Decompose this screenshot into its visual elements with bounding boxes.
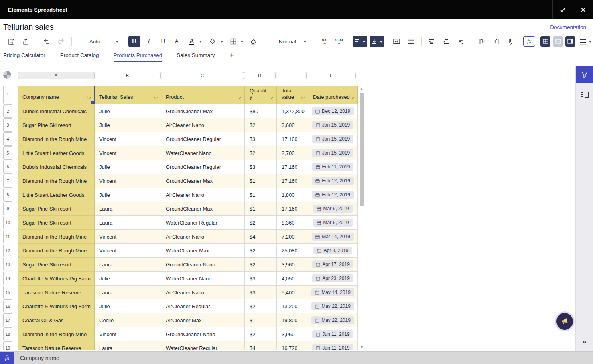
- cell-E7[interactable]: 17,160: [277, 174, 308, 188]
- close-button[interactable]: [573, 0, 593, 19]
- underline-button[interactable]: U: [157, 36, 169, 47]
- cell-E16[interactable]: 13,200: [277, 299, 308, 313]
- redo-button[interactable]: [55, 36, 67, 47]
- cell-C19[interactable]: WaterCleaner Regular: [161, 341, 245, 350]
- cell-F2[interactable]: Dec 12, 2019: [308, 104, 358, 118]
- cell-A10[interactable]: Sugar Pine Ski resort: [18, 216, 95, 230]
- cell-F5[interactable]: Jan 15, 2019: [308, 146, 358, 160]
- cell-E19[interactable]: 16,720: [277, 341, 308, 350]
- cell-style-dropdown[interactable]: Normal: [275, 36, 311, 47]
- cell-B6[interactable]: Julie: [95, 160, 161, 174]
- cell-B9[interactable]: Laura: [95, 202, 161, 216]
- cell-B3[interactable]: Julie: [95, 118, 161, 132]
- borders-button[interactable]: [227, 36, 239, 47]
- documentation-link[interactable]: Documentation: [550, 24, 586, 30]
- cell-F14[interactable]: Apr 23, 2019: [308, 272, 358, 286]
- cell-B7[interactable]: Vincent: [95, 174, 161, 188]
- cell-B19[interactable]: Laura: [95, 341, 161, 350]
- cell-A13[interactable]: Sugar Pine Ski resort: [18, 258, 95, 272]
- confirm-button[interactable]: [552, 0, 573, 19]
- cell-C10[interactable]: WaterCleaner Regular: [161, 216, 245, 230]
- cell-B2[interactable]: Julie: [95, 104, 161, 118]
- header-cell-company-name[interactable]: Company name: [18, 86, 95, 104]
- cell-B18[interactable]: Vincent: [95, 327, 161, 341]
- row-header-16[interactable]: 16: [3, 299, 12, 313]
- horizontal-align-button[interactable]: [353, 36, 367, 47]
- merge-cells-button[interactable]: [390, 36, 402, 47]
- cell-E8[interactable]: 1,800: [277, 188, 308, 202]
- column-header-d[interactable]: D: [244, 72, 276, 79]
- row-header-2[interactable]: 2: [3, 104, 12, 118]
- outline-panel-button[interactable]: [576, 87, 593, 102]
- cell-D8[interactable]: $1: [245, 188, 277, 202]
- cell-E12[interactable]: 25,080: [277, 244, 308, 258]
- row-header-14[interactable]: 14: [3, 272, 12, 285]
- cell-A6[interactable]: Dubois Industrial Chemicals: [18, 160, 95, 174]
- decrease-decimal-button[interactable]: 0.0←: [319, 36, 331, 47]
- cell-C7[interactable]: GroundCleaner Max: [161, 174, 245, 188]
- row-header-3[interactable]: 3: [3, 118, 12, 132]
- table-disabled-button[interactable]: [553, 36, 563, 47]
- cell-A3[interactable]: Sugar Pine Ski resort: [18, 118, 95, 132]
- cell-F9[interactable]: Mar 6, 2019: [308, 202, 358, 216]
- cell-A17[interactable]: Coastal Oil & Gas: [18, 313, 95, 327]
- filter-chevron-icon[interactable]: [238, 95, 242, 99]
- row-header-1[interactable]: 1: [3, 86, 12, 104]
- cell-B14[interactable]: Julie: [95, 272, 161, 286]
- cell-A8[interactable]: Little Stuart Leather Goods: [18, 188, 95, 202]
- bold-button[interactable]: B: [128, 36, 140, 47]
- tab-products-purchased[interactable]: Products Purchased: [114, 49, 162, 62]
- cell-D3[interactable]: $2: [245, 118, 277, 132]
- cell-E13[interactable]: 3,960: [277, 258, 308, 272]
- cell-E3[interactable]: 3,600: [277, 118, 308, 132]
- formula-button[interactable]: fx: [523, 36, 535, 47]
- cell-D14[interactable]: $3: [245, 272, 277, 286]
- cell-B10[interactable]: Laura: [95, 216, 161, 230]
- header-cell-quantity[interactable]: Quantity: [245, 86, 277, 104]
- cell-D9[interactable]: $1: [245, 202, 277, 216]
- cell-C14[interactable]: WaterCleaner Nano: [161, 272, 245, 286]
- cell-F12[interactable]: Apr 8, 2019: [308, 244, 358, 258]
- tab-product-catalog[interactable]: Product Catalog: [60, 49, 99, 62]
- row-header-7[interactable]: 7: [3, 174, 12, 188]
- header-cell-total-value[interactable]: Total value: [277, 86, 308, 104]
- export-button[interactable]: [20, 36, 32, 47]
- increase-decimal-button[interactable]: 0.00→: [333, 36, 345, 47]
- column-header-b[interactable]: B: [94, 72, 161, 79]
- cell-B13[interactable]: Laura: [95, 258, 161, 272]
- text-color-dropdown-icon[interactable]: [199, 41, 202, 43]
- cell-E10[interactable]: 8,360: [277, 216, 308, 230]
- cell-C12[interactable]: WaterCleaner Max: [161, 244, 245, 258]
- cell-C5[interactable]: WaterCleaner Nano: [161, 146, 245, 160]
- delete-row-button[interactable]: [455, 36, 467, 47]
- cell-A4[interactable]: Diamond in the Rough Mine: [18, 132, 95, 146]
- cell-D16[interactable]: $2: [245, 299, 277, 313]
- vertical-align-button[interactable]: [370, 36, 384, 47]
- cell-A5[interactable]: Little Stuart Leather Goods: [18, 146, 95, 160]
- table-view-button[interactable]: [540, 36, 550, 47]
- cell-A16[interactable]: Charlotte & Wilbur's Pig Farm: [18, 299, 95, 313]
- cell-D6[interactable]: $3: [245, 160, 277, 174]
- fill-color-button[interactable]: [207, 36, 219, 47]
- cell-F7[interactable]: Feb 12, 2019: [308, 174, 358, 188]
- cell-A14[interactable]: Charlotte & Wilbur's Pig Farm: [18, 272, 95, 286]
- cell-E15[interactable]: 5,400: [277, 286, 308, 299]
- cell-F17[interactable]: May 22, 2019: [308, 313, 358, 327]
- italic-button[interactable]: I: [143, 36, 155, 47]
- cell-F4[interactable]: Jan 15, 2019: [308, 132, 358, 146]
- line-style-dropdown[interactable]: [580, 36, 592, 47]
- cell-C8[interactable]: AirCleaner Nano: [161, 188, 245, 202]
- cell-E18[interactable]: 3,960: [277, 327, 308, 341]
- cell-D19[interactable]: $4: [245, 341, 277, 350]
- cell-A19[interactable]: Tarascon Nature Reserve: [18, 341, 95, 350]
- row-header-19[interactable]: 19: [3, 341, 12, 350]
- row-header-10[interactable]: 10: [3, 216, 12, 229]
- cell-D13[interactable]: $2: [245, 258, 277, 272]
- clear-formatting-button[interactable]: [248, 36, 260, 47]
- cell-F15[interactable]: May 14, 2019: [308, 286, 358, 299]
- cell-D18[interactable]: $2: [245, 327, 277, 341]
- cell-E14[interactable]: 4,050: [277, 272, 308, 286]
- insert-row-below-button[interactable]: [440, 36, 452, 47]
- cell-D11[interactable]: $4: [245, 230, 277, 244]
- cell-E4[interactable]: 17,160: [277, 132, 308, 146]
